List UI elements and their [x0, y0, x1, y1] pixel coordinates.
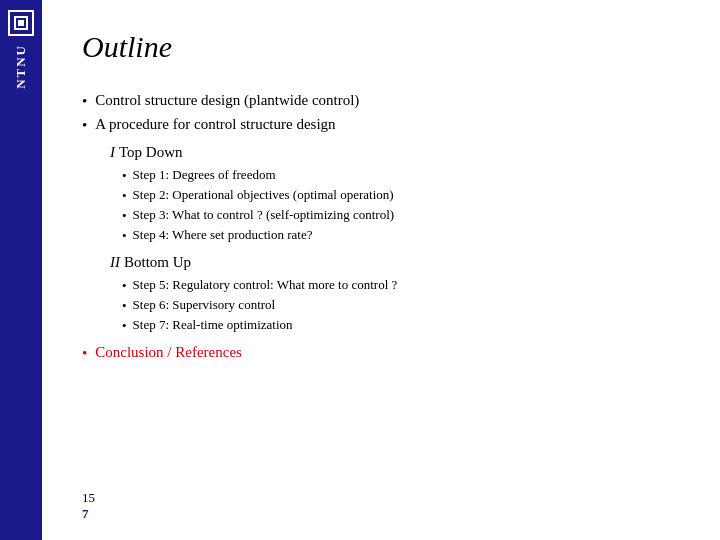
bullet-1: • Control structure design (plantwide co…	[82, 92, 680, 110]
conclusion-dot: •	[82, 345, 87, 362]
section-ii-heading: IIBottom Up	[110, 254, 680, 271]
conclusion-text: Conclusion / References	[95, 344, 242, 361]
sidebar-university-label: NTNU	[13, 44, 29, 89]
step-6-text: Step 6: Supervisory control	[133, 297, 276, 313]
step-dot-4: •	[122, 228, 127, 244]
bullet-dot-1: •	[82, 93, 87, 110]
bullet-2: • A procedure for control structure desi…	[82, 116, 680, 134]
main-content: Outline • Control structure design (plan…	[42, 0, 720, 540]
section-i-step-2: • Step 2: Operational objectives (optima…	[122, 187, 680, 204]
step-dot-6: •	[122, 298, 127, 314]
page-title: Outline	[82, 30, 680, 64]
section-ii-step-6: • Step 6: Supervisory control	[122, 297, 680, 314]
conclusion-bullet: • Conclusion / References	[82, 344, 680, 362]
bullet-section: • Control structure design (plantwide co…	[82, 92, 680, 520]
section-ii-title: Bottom Up	[124, 254, 191, 270]
section-ii-roman: II	[110, 254, 120, 270]
step-5-text: Step 5: Regulatory control: What more to…	[133, 277, 398, 293]
sidebar: NTNU	[0, 0, 42, 540]
step-7-text: Step 7: Real-time optimization	[133, 317, 293, 333]
section-i-roman: I	[110, 144, 115, 160]
section-i-title: Top Down	[119, 144, 183, 160]
section-i-step-3: • Step 3: What to control ? (self-optimi…	[122, 207, 680, 224]
section-i-step-4: • Step 4: Where set production rate?	[122, 227, 680, 244]
page-num-bottom: 7	[82, 506, 89, 522]
section-ii-step-7: • Step 7: Real-time optimization	[122, 317, 680, 334]
section-i-step-1: • Step 1: Degrees of freedom	[122, 167, 680, 184]
ntnu-logo-inner	[14, 16, 28, 30]
ntnu-logo	[8, 10, 34, 36]
bullet-1-text: Control structure design (plantwide cont…	[95, 92, 359, 109]
bullet-2-text: A procedure for control structure design	[95, 116, 335, 133]
step-dot-5: •	[122, 278, 127, 294]
page-num-top: 15	[82, 490, 95, 506]
step-dot-1: •	[122, 168, 127, 184]
step-dot-7: •	[122, 318, 127, 334]
step-dot-2: •	[122, 188, 127, 204]
page-numbers: 15 7	[82, 490, 95, 522]
step-1-text: Step 1: Degrees of freedom	[133, 167, 276, 183]
step-2-text: Step 2: Operational objectives (optimal …	[133, 187, 394, 203]
section-ii: IIBottom Up • Step 5: Regulatory control…	[110, 254, 680, 334]
section-i: ITop Down • Step 1: Degrees of freedom •…	[110, 144, 680, 244]
step-dot-3: •	[122, 208, 127, 224]
step-3-text: Step 3: What to control ? (self-optimizi…	[133, 207, 395, 223]
section-i-heading: ITop Down	[110, 144, 680, 161]
bullet-dot-2: •	[82, 117, 87, 134]
step-4-text: Step 4: Where set production rate?	[133, 227, 313, 243]
section-ii-step-5: • Step 5: Regulatory control: What more …	[122, 277, 680, 294]
